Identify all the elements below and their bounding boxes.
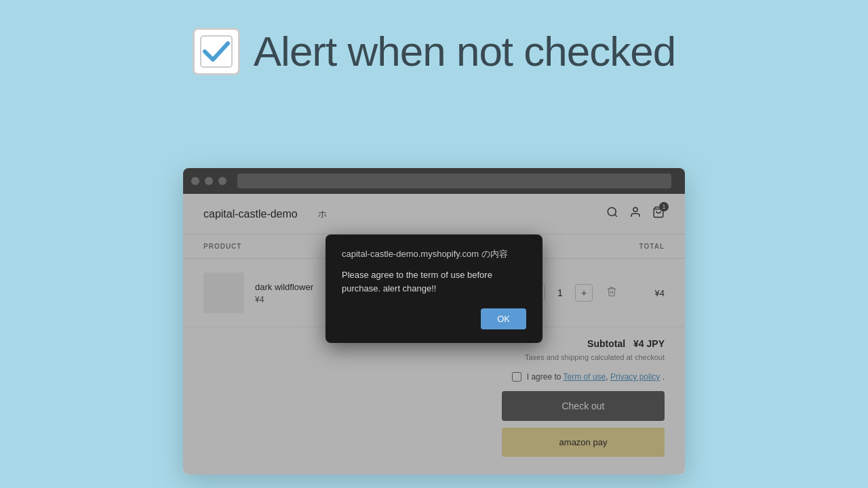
address-bar[interactable] [237, 174, 671, 188]
checkbox-icon [193, 28, 240, 75]
dialog-ok-button[interactable]: OK [481, 308, 526, 329]
alert-dialog: capital-castle-demo.myshopify.com の内容 Pl… [326, 235, 542, 343]
dialog-footer: OK [342, 308, 526, 329]
browser-toolbar [183, 168, 685, 194]
dialog-title: capital-castle-demo.myshopify.com の内容 [342, 248, 526, 260]
browser-dot-yellow [205, 177, 213, 185]
browser-dot-green [218, 177, 226, 185]
browser-window: capital-castle-demo ホ [183, 168, 685, 474]
dialog-overlay: capital-castle-demo.myshopify.com の内容 Pl… [183, 194, 685, 474]
main-title: Alert when not checked [254, 27, 676, 75]
browser-content: capital-castle-demo ホ [183, 194, 685, 474]
page-header: Alert when not checked [0, 0, 868, 96]
dialog-message: Please agree to the term of use before p… [342, 268, 526, 295]
browser-dot-red [191, 177, 199, 185]
